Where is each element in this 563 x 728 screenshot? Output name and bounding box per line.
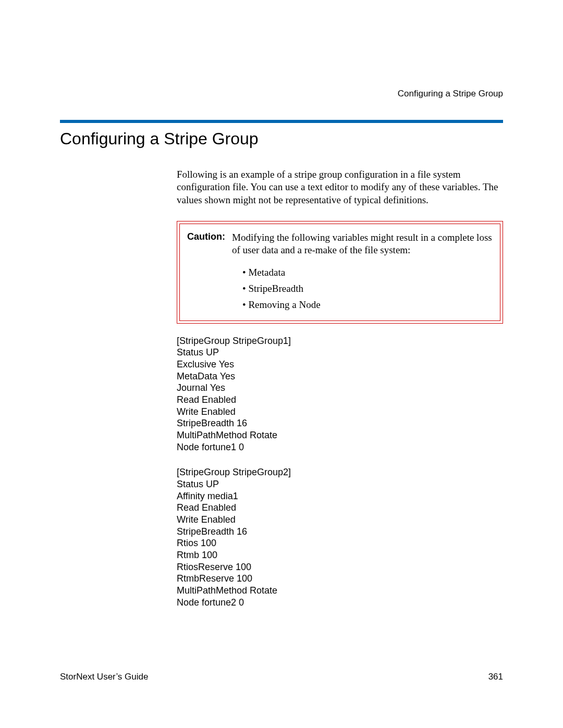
caution-item: Removing a Node bbox=[242, 297, 493, 313]
caution-item: Metadata bbox=[242, 264, 493, 280]
caution-text: Modifying the following variables might … bbox=[232, 231, 493, 257]
footer-left: StorNext User’s Guide bbox=[60, 672, 148, 682]
caution-box: Caution: Modifying the following variabl… bbox=[177, 221, 503, 324]
caution-item: StripeBreadth bbox=[242, 280, 493, 297]
config-block-1: [StripeGroup StripeGroup1] Status UP Exc… bbox=[177, 335, 503, 453]
caution-inner: Caution: Modifying the following variabl… bbox=[179, 224, 500, 321]
running-header: Configuring a Stripe Group bbox=[60, 89, 503, 99]
section-title: Configuring a Stripe Group bbox=[60, 129, 503, 149]
caution-list: Metadata StripeBreadth Removing a Node bbox=[242, 264, 493, 313]
intro-paragraph: Following is an example of a stripe grou… bbox=[177, 168, 503, 206]
section-bar bbox=[60, 120, 503, 123]
caution-row: Caution: Modifying the following variabl… bbox=[187, 231, 493, 257]
footer-page-number: 361 bbox=[488, 672, 503, 682]
document-page: Configuring a Stripe Group Configuring a… bbox=[0, 0, 563, 728]
body-column: Following is an example of a stripe grou… bbox=[177, 168, 503, 608]
page-footer: StorNext User’s Guide 361 bbox=[60, 672, 503, 682]
config-block-2: [StripeGroup StripeGroup2] Status UP Aff… bbox=[177, 466, 503, 608]
caution-label: Caution: bbox=[187, 231, 232, 242]
